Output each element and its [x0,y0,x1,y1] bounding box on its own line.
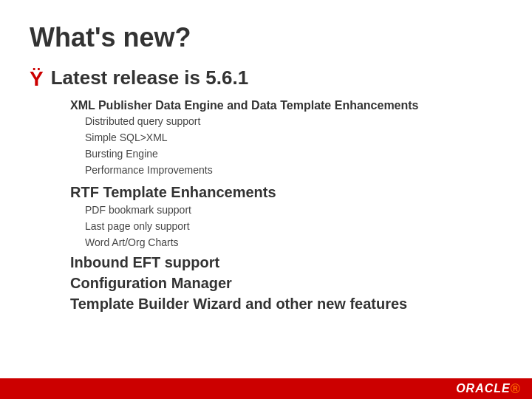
oracle-text: ORACLE [456,382,511,395]
slide-container: What's new? Ÿ Latest release is 5.6.1 XM… [0,0,532,399]
list-item: PDF bookmark support [85,202,502,218]
top-level-item-1: Inbound EFT support [70,254,502,271]
list-item: Word Art/Org Charts [85,235,502,250]
list-item: Simple SQL>XML [85,130,502,146]
section2-header: RTF Template Enhancements [70,184,502,201]
top-level-item-2: Configuration Manager [70,275,502,292]
section1-header: XML Publisher Data Engine and Data Templ… [70,99,502,112]
top-level-item-3: Template Builder Wizard and other new fe… [70,296,502,313]
list-item: Performance Improvements [85,163,502,178]
list-item: Bursting Engine [85,146,502,162]
footer-bar: ORACLE ® [0,378,532,399]
content-area: What's new? Ÿ Latest release is 5.6.1 XM… [0,0,532,378]
main-point-text: Latest release is 5.6.1 [51,66,248,89]
main-point: Ÿ Latest release is 5.6.1 [30,66,502,92]
bullet-symbol: Ÿ [30,66,44,92]
oracle-logo: ORACLE ® [456,381,520,397]
oracle-registered: ® [511,381,520,397]
list-item: Distributed query support [85,114,502,129]
list-item: Last page only support [85,219,502,234]
slide-title: What's new? [30,22,502,53]
